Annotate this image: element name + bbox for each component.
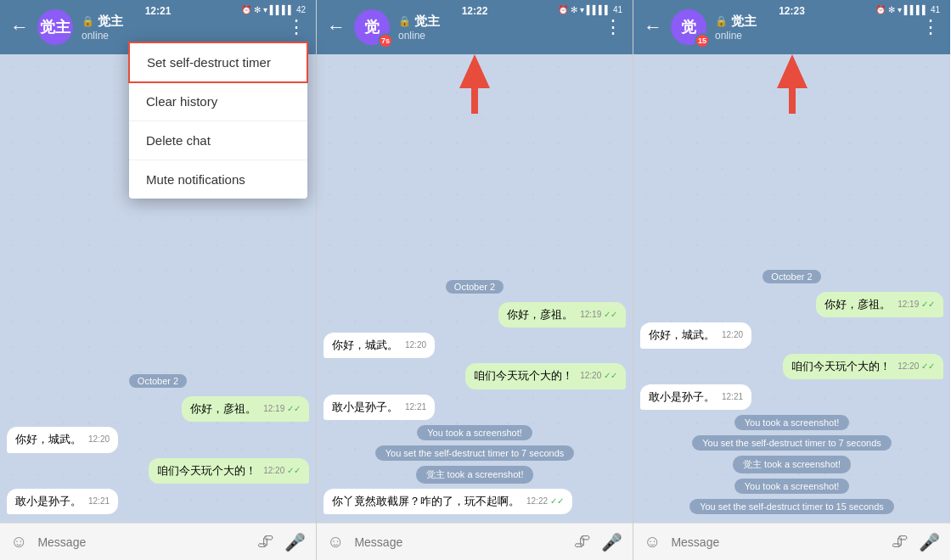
- msg-time: 12:19 ✓✓: [898, 299, 935, 311]
- table-row: You set the self-destruct timer to 7 sec…: [640, 435, 943, 451]
- message-bubble: 敢小是孙子。12:21: [324, 395, 435, 420]
- date-badge: October 2: [129, 374, 187, 388]
- avatar[interactable]: 觉 7s: [354, 9, 390, 45]
- system-message: You set the self-destruct timer to 7 sec…: [692, 435, 892, 451]
- back-button[interactable]: ←: [10, 16, 29, 38]
- message-bubble: 敢小是孙子。12:21: [640, 384, 751, 410]
- input-bar: ☺ 🖇 🎤: [633, 523, 950, 560]
- message-bubble: 你好，城武。12:20: [640, 322, 751, 348]
- table-row: 咱们今天玩个大的！12:20 ✓✓: [7, 458, 309, 484]
- attach-icon[interactable]: 🖇: [892, 532, 909, 552]
- status-time: 12:22: [462, 5, 488, 17]
- msg-time: 12:22 ✓✓: [526, 496, 564, 507]
- system-message: You took a screenshot!: [734, 479, 850, 494]
- message-bubble: 你好，城武。12:20: [324, 333, 435, 358]
- table-row: You set the self-destruct timer to 15 se…: [640, 499, 943, 514]
- msg-time: 12:21: [405, 401, 426, 413]
- msg-time: 12:19 ✓✓: [580, 309, 617, 321]
- arrow-stem: [471, 88, 478, 114]
- status-icons: ⏰ ✻ ▾ ▌▌▌▌ 42: [241, 5, 306, 14]
- menu-button[interactable]: ⋮: [287, 16, 306, 38]
- table-row: You took a screenshot!: [640, 479, 943, 494]
- mic-icon[interactable]: 🎤: [601, 532, 622, 552]
- message-input[interactable]: [671, 535, 881, 549]
- msg-time: 12:20: [405, 339, 426, 351]
- timer-badge: 15: [695, 33, 710, 48]
- table-row: 觉主 took a screenshot!: [324, 466, 626, 484]
- mic-icon[interactable]: 🎤: [284, 532, 306, 552]
- back-button[interactable]: ←: [327, 16, 346, 38]
- msg-time: 12:21: [88, 496, 110, 507]
- table-row: 咱们今天玩个大的！12:20 ✓✓: [640, 354, 943, 379]
- table-row: 你好，城武。12:20: [640, 322, 943, 348]
- contact-status: online: [398, 30, 595, 42]
- status-icons: ⏰ ✻ ▾ ▌▌▌▌ 41: [558, 5, 622, 14]
- header-info: 🔒 觉主 online: [82, 14, 279, 42]
- avatar[interactable]: 觉 15: [671, 9, 706, 45]
- dropdown-menu: Set self-destruct timer Clear history De…: [129, 42, 307, 199]
- table-row: 觉主 took a screenshot!: [640, 456, 943, 473]
- menu-item-delete-chat[interactable]: Delete chat: [129, 121, 307, 160]
- message-bubble: 敢小是孙子。12:21: [7, 489, 118, 514]
- attach-icon[interactable]: 🖇: [574, 532, 591, 552]
- mic-icon[interactable]: 🎤: [919, 532, 940, 552]
- arrow-up-icon: [459, 54, 490, 88]
- msg-time: 12:20: [88, 434, 110, 445]
- date-badge: October 2: [446, 280, 504, 294]
- message-bubble: 你丫竟然敢截屏？咋的了，玩不起啊。12:22 ✓✓: [324, 489, 572, 514]
- arrow-indicator: [459, 54, 490, 114]
- input-bar: ☺ 🖇 🎤: [0, 523, 316, 560]
- emoji-icon[interactable]: ☺: [10, 532, 27, 552]
- table-row: 敢小是孙子。12:21: [324, 395, 626, 420]
- message-bubble: 咱们今天玩个大的！12:20 ✓✓: [465, 363, 626, 389]
- chat-content: October 2 你好，彦祖。12:19 ✓✓ 你好，城武。12:20 咱们今…: [633, 54, 950, 523]
- back-button[interactable]: ←: [644, 16, 662, 38]
- message-bubble: 咱们今天玩个大的！12:20 ✓✓: [149, 458, 309, 484]
- table-row: 你好，彦祖。12:19 ✓✓: [640, 292, 943, 317]
- chat-background: October 2 你好，彦祖。12:19 ✓✓ 你好，城武。12:20 咱们今…: [633, 54, 950, 523]
- message-input[interactable]: [37, 535, 247, 549]
- menu-button[interactable]: ⋮: [604, 16, 622, 38]
- date-badge: October 2: [762, 270, 820, 283]
- msg-time: 12:21: [722, 391, 743, 403]
- attach-icon[interactable]: 🖇: [257, 532, 274, 552]
- table-row: You took a screenshot!: [640, 415, 943, 430]
- table-row: You set the self-destruct timer to 7 sec…: [324, 445, 626, 461]
- emoji-icon[interactable]: ☺: [644, 532, 661, 552]
- menu-button[interactable]: ⋮: [921, 16, 940, 38]
- message-bubble: 你好，彦祖。12:19 ✓✓: [182, 396, 309, 422]
- chat-content: October 2 你好，彦祖。12:19 ✓✓ 你好，城武。12:20 咱们今…: [317, 54, 633, 523]
- system-message: You took a screenshot!: [417, 425, 532, 440]
- panel-1: ← 觉主 🔒 觉主 online ⋮ 12:21 ⏰ ✻ ▾ ▌▌▌▌ 42 S…: [0, 0, 317, 560]
- chat-background: October 2 你好，彦祖。12:19 ✓✓ 你好，城武。12:20 咱们今…: [317, 54, 633, 523]
- header-info: 🔒 觉主 online: [398, 14, 595, 42]
- status-time: 12:21: [145, 5, 172, 17]
- message-bubble: 你好，彦祖。12:19 ✓✓: [498, 302, 626, 328]
- menu-item-clear-history[interactable]: Clear history: [129, 82, 307, 121]
- contact-status: online: [715, 30, 913, 42]
- system-message: 觉主 took a screenshot!: [416, 466, 534, 484]
- lock-icon: 🔒: [398, 15, 411, 27]
- msg-time: 12:20 ✓✓: [263, 465, 301, 477]
- contact-name: 🔒 觉主: [82, 14, 279, 30]
- arrow-stem: [789, 88, 796, 114]
- menu-item-mute[interactable]: Mute notifications: [129, 160, 307, 199]
- system-message: You set the self-destruct timer to 15 se…: [689, 499, 894, 514]
- lock-icon: 🔒: [82, 15, 94, 27]
- contact-name: 🔒 觉主: [398, 14, 595, 30]
- timer-badge: 7s: [378, 33, 393, 48]
- header-info: 🔒 觉主 online: [715, 14, 913, 42]
- table-row: 咱们今天玩个大的！12:20 ✓✓: [324, 363, 626, 389]
- lock-icon: 🔒: [715, 15, 728, 27]
- msg-time: 12:20 ✓✓: [580, 370, 617, 382]
- message-input[interactable]: [354, 535, 564, 549]
- avatar[interactable]: 觉主: [37, 9, 73, 45]
- arrow-up-icon: [777, 54, 808, 88]
- msg-time: 12:19 ✓✓: [263, 403, 301, 415]
- panel-2: ← 觉 7s 🔒 觉主 online ⋮ 12:22 ⏰ ✻ ▾ ▌▌▌▌ 41…: [317, 0, 633, 560]
- emoji-icon[interactable]: ☺: [327, 532, 344, 552]
- system-message: You set the self-destruct timer to 7 sec…: [375, 445, 575, 461]
- msg-time: 12:20: [722, 329, 743, 341]
- table-row: 你好，彦祖。12:19 ✓✓: [324, 302, 626, 328]
- menu-item-self-destruct[interactable]: Set self-destruct timer: [128, 42, 308, 83]
